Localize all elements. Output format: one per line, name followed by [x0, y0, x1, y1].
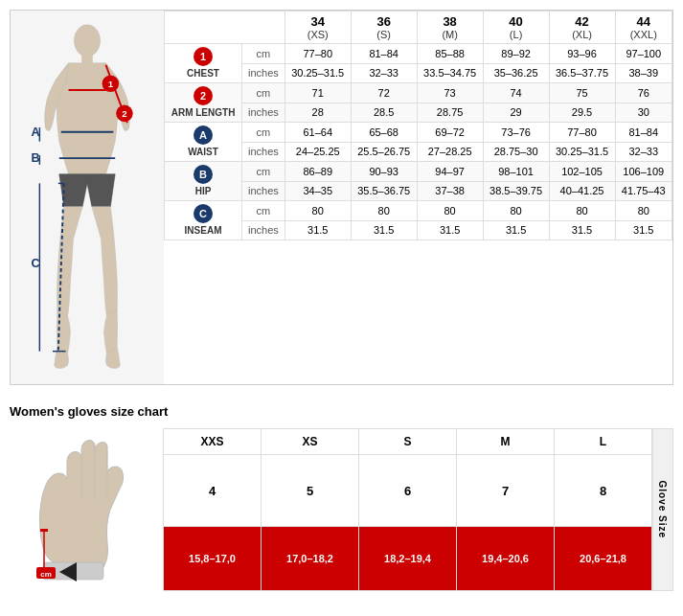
gloves-header-L: L: [555, 429, 652, 455]
cell-chest-cm-4: 93–96: [549, 44, 615, 64]
cell-waist-cm-1: 65–68: [351, 123, 417, 143]
svg-text:A: A: [32, 125, 40, 139]
cell-hip-inches-1: 35.5–36.75: [351, 181, 417, 201]
cell-inseam-inches-3: 31.5: [483, 220, 549, 240]
svg-text:B: B: [32, 151, 40, 165]
cell-arm-length-inches-2: 28.75: [417, 103, 483, 123]
cell-hip-inches-5: 41.75–43: [615, 181, 672, 201]
cell-chest-cm-0: 77–80: [285, 44, 351, 64]
gloves-header-M: M: [457, 429, 555, 455]
cell-chest-inches-3: 35–36.25: [483, 63, 549, 83]
header-38: 38 (M): [417, 11, 483, 44]
gloves-content: cm XXSXSSML4567815,8–17,017,0–18,218,2–1…: [10, 428, 673, 591]
gloves-size-cell-2: 6: [359, 455, 457, 527]
gloves-cm-cell-4: 20,6–21,8: [555, 527, 652, 591]
gloves-figure: cm: [10, 428, 163, 591]
cell-inseam-inches-5: 31.5: [615, 220, 672, 240]
header-34: 34 (XS): [285, 11, 351, 44]
main-chart-section: 1 2 A B C 34 (XS): [10, 10, 673, 385]
cell-waist-inches-0: 24–25.25: [285, 142, 351, 162]
cell-arm-length-cm-0: 71: [285, 83, 351, 103]
cell-inseam-cm-5: 80: [615, 201, 672, 221]
cell-waist-inches-4: 30.25–31.5: [549, 142, 615, 162]
cell-inseam-cm-3: 80: [483, 201, 549, 221]
cell-hip-cm-1: 90–93: [351, 162, 417, 182]
size-table: 34 (XS) 36 (S) 38 (M) 40 (L): [164, 11, 672, 240]
row-waist-cm: AWAISTcm61–6465–6869–7273–7677–8081–84: [165, 123, 672, 143]
cell-inseam-cm-2: 80: [417, 201, 483, 221]
cell-chest-cm-3: 89–92: [483, 44, 549, 64]
table-header-row: 34 (XS) 36 (S) 38 (M) 40 (L): [165, 11, 672, 44]
gloves-header-row: XXSXSSML: [164, 429, 652, 455]
gloves-cm-cell-3: 19,4–20,6: [457, 527, 555, 591]
table-panel: 34 (XS) 36 (S) 38 (M) 40 (L): [164, 11, 672, 384]
cell-hip-inches-0: 34–35: [285, 181, 351, 201]
cell-arm-length-inches-1: 28.5: [351, 103, 417, 123]
cell-inseam-cm-4: 80: [549, 201, 615, 221]
svg-rect-1: [81, 54, 93, 63]
row-chest-cm: 1CHESTcm77–8081–8485–8889–9293–9697–100: [165, 44, 672, 64]
cell-inseam-inches-0: 31.5: [285, 220, 351, 240]
row-hip-cm: BHIPcm86–8990–9394–9798–101102–105106–10…: [165, 162, 672, 182]
cell-waist-cm-4: 77–80: [549, 123, 615, 143]
cell-chest-cm-5: 97–100: [615, 44, 672, 64]
gloves-section: Women's gloves size chart cm: [10, 404, 673, 591]
cell-arm-length-inches-0: 28: [285, 103, 351, 123]
gloves-table: XXSXSSML4567815,8–17,017,0–18,218,2–19,4…: [163, 428, 652, 591]
gloves-size-cell-3: 7: [457, 455, 555, 527]
cell-chest-inches-5: 38–39: [615, 63, 672, 83]
cell-waist-inches-3: 28.75–30: [483, 142, 549, 162]
cell-waist-cm-2: 69–72: [417, 123, 483, 143]
cell-waist-inches-5: 32–33: [615, 142, 672, 162]
gloves-size-cell-1: 5: [262, 455, 359, 527]
header-40: 40 (L): [483, 11, 549, 44]
cell-waist-cm-0: 61–64: [285, 123, 351, 143]
cell-chest-cm-2: 85–88: [417, 44, 483, 64]
cell-arm-length-cm-5: 76: [615, 83, 672, 103]
gloves-cm-row: 15,8–17,017,0–18,218,2–19,419,4–20,620,6…: [164, 527, 652, 591]
cell-waist-inches-1: 25.5–26.75: [351, 142, 417, 162]
cell-arm-length-cm-3: 74: [483, 83, 549, 103]
header-42: 42 (XL): [549, 11, 615, 44]
cell-chest-inches-1: 32–33: [351, 63, 417, 83]
cell-chest-inches-2: 33.5–34.75: [417, 63, 483, 83]
svg-text:2: 2: [122, 108, 127, 119]
cell-arm-length-inches-4: 29.5: [549, 103, 615, 123]
cell-arm-length-inches-5: 30: [615, 103, 672, 123]
cell-inseam-inches-1: 31.5: [351, 220, 417, 240]
cell-chest-cm-1: 81–84: [351, 44, 417, 64]
row-inseam-cm: CINSEAMcm808080808080: [165, 201, 672, 221]
cell-chest-inches-0: 30.25–31.5: [285, 63, 351, 83]
row-arm-length-cm: 2ARM LENGTHcm717273747576: [165, 83, 672, 103]
header-44: 44 (XXL): [615, 11, 672, 44]
gloves-size-cell-4: 8: [555, 455, 652, 527]
header-36: 36 (S): [351, 11, 417, 44]
header-empty: [165, 11, 285, 44]
cell-hip-inches-2: 37–38: [417, 181, 483, 201]
cell-hip-cm-2: 94–97: [417, 162, 483, 182]
gloves-header-XS: XS: [262, 429, 359, 455]
cell-chest-inches-4: 36.5–37.75: [549, 63, 615, 83]
cell-inseam-inches-4: 31.5: [549, 220, 615, 240]
svg-text:1: 1: [108, 79, 114, 89]
cell-inseam-cm-1: 80: [351, 201, 417, 221]
cell-inseam-cm-0: 80: [285, 201, 351, 221]
cell-hip-cm-5: 106–109: [615, 162, 672, 182]
cell-arm-length-cm-2: 73: [417, 83, 483, 103]
cell-hip-cm-0: 86–89: [285, 162, 351, 182]
gloves-cm-cell-2: 18,2–19,4: [359, 527, 457, 591]
body-figure: 1 2 A B C: [25, 20, 149, 375]
cell-arm-length-inches-3: 29: [483, 103, 549, 123]
svg-point-0: [74, 25, 100, 57]
cell-hip-inches-3: 38.5–39.75: [483, 181, 549, 201]
gloves-cm-cell-1: 17,0–18,2: [262, 527, 359, 591]
cell-waist-cm-3: 73–76: [483, 123, 549, 143]
gloves-header-S: S: [359, 429, 457, 455]
gloves-cm-cell-0: 15,8–17,0: [164, 527, 262, 591]
figure-panel: 1 2 A B C: [11, 11, 164, 384]
gloves-title: Women's gloves size chart: [10, 404, 673, 419]
gloves-size-row: 45678: [164, 455, 652, 527]
cell-arm-length-cm-1: 72: [351, 83, 417, 103]
gloves-table-wrapper: XXSXSSML4567815,8–17,017,0–18,218,2–19,4…: [163, 428, 673, 591]
cell-hip-inches-4: 40–41.25: [549, 181, 615, 201]
